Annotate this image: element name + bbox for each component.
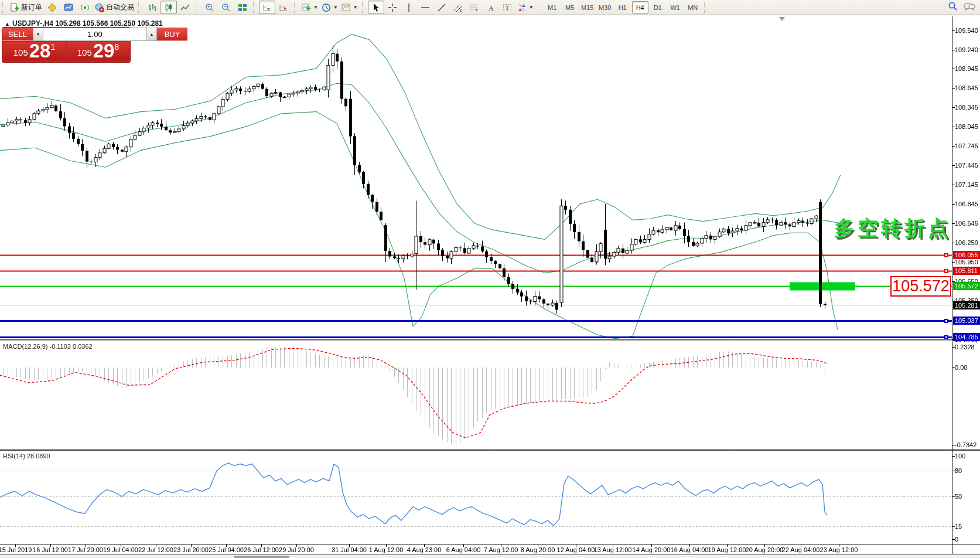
rsi-tick-label: 80 [955, 467, 962, 474]
zoom-out-icon [221, 3, 231, 12]
timeframe-h4-button[interactable]: H4 [632, 1, 648, 13]
price-level-badge: 105.572 [953, 282, 980, 290]
text-tool-button[interactable]: A [483, 1, 499, 14]
timeframe-m15-button[interactable]: M15 [579, 1, 596, 13]
channel-tool-button[interactable]: E [450, 1, 466, 14]
chart-annotation-text[interactable]: 多空转折点 [834, 215, 951, 242]
channel-icon: E [453, 3, 463, 12]
sell-price[interactable]: 105 28 1 [3, 42, 66, 60]
volume-increase-button[interactable]: ▲ [146, 28, 157, 41]
price-level-badge: 106.055 [953, 251, 980, 259]
time-tick-label: 25 Jul 04:00 [209, 546, 244, 553]
time-tick-label: 23 Jul 20:00 [173, 546, 209, 553]
main-toolbar: 新订单 自动交易 [0, 0, 980, 15]
price-tick-label: 108.045 [955, 123, 978, 130]
price-level-callout[interactable]: 105.572 [890, 276, 951, 297]
buy-button[interactable]: BUY [157, 28, 187, 41]
price-tick-label: 108.345 [955, 104, 978, 111]
chart-shift-button[interactable] [275, 1, 292, 14]
timeframe-m30-button[interactable]: M30 [597, 1, 613, 13]
arrows-tool-button[interactable]: ▼ [515, 1, 535, 14]
volume-input[interactable] [43, 28, 146, 41]
dropdown-arrow-icon: ▼ [333, 5, 338, 10]
sell-price-handle: 105 [13, 45, 28, 60]
time-tick-label: 4 Aug 23:00 [407, 546, 442, 553]
text-icon: A [486, 3, 496, 12]
toolbar-grip [2, 2, 6, 13]
periods-icon [322, 3, 331, 12]
rsi-tick-label: 0 [955, 536, 958, 543]
toolbar-grip [362, 2, 366, 13]
horizontal-scrollbar[interactable] [0, 554, 980, 558]
line-chart-type-button[interactable] [177, 1, 193, 14]
time-tick-label: 15 Jul 2019 [0, 546, 32, 553]
fibonacci-tool-button[interactable]: F [466, 1, 483, 14]
price-tick-label: 106.250 [955, 239, 978, 246]
indicators-icon [302, 3, 311, 12]
price-level-badge: 105.811 [953, 267, 980, 275]
auto-trading-button[interactable]: 自动交易 [93, 1, 136, 14]
search-icon[interactable] [948, 1, 958, 13]
rsi-tick-label: 15 [955, 523, 962, 530]
dropdown-arrow-icon: ▼ [529, 5, 534, 10]
candlestick-type-button[interactable] [161, 1, 177, 14]
metaeditor-button[interactable] [44, 1, 60, 14]
arrows-icon [517, 3, 527, 12]
vertical-line-tool-button[interactable] [401, 1, 417, 14]
dropdown-arrow-icon: ▼ [313, 5, 318, 10]
dropdown-arrow-icon: ▼ [353, 5, 358, 10]
chart-shift-marker-icon[interactable] [779, 17, 785, 21]
time-tick-label: 22 Jul 12:00 [138, 546, 173, 553]
signals-button[interactable] [77, 1, 93, 14]
signals-icon [80, 3, 90, 12]
svg-text:E: E [460, 9, 462, 12]
indicators-button[interactable]: ▼ [300, 1, 320, 14]
volume-decrease-button[interactable]: ▼ [33, 28, 43, 41]
scrollbar-thumb[interactable] [234, 556, 289, 558]
zoom-in-button[interactable] [202, 1, 218, 14]
zoom-out-button[interactable] [218, 1, 234, 14]
timeframe-d1-button[interactable]: D1 [650, 1, 666, 13]
chat-icon[interactable] [964, 2, 975, 13]
macd-tick-label: 0.00 [955, 364, 967, 371]
candlestick-icon [164, 3, 173, 12]
one-click-trading-panel: SELL ▼ ▲ BUY 105 28 1 105 29 8 [2, 27, 131, 63]
new-order-button[interactable]: 新订单 [8, 1, 44, 14]
price-chart-canvas[interactable] [0, 0, 980, 558]
crosshair-tool-button[interactable] [384, 1, 401, 14]
time-tick-label: 20 Aug 20:00 [746, 546, 784, 553]
toolbar-grip [253, 2, 257, 13]
auto-scroll-icon [262, 3, 272, 12]
price-tick-label: 106.545 [955, 220, 978, 227]
trendline-tool-button[interactable] [433, 1, 450, 14]
toolbar-grip [538, 2, 542, 13]
timeframe-mn-button[interactable]: MN [685, 1, 701, 13]
time-tick-label: 6 Aug 04:00 [446, 546, 481, 553]
bar-chart-type-button[interactable] [144, 1, 161, 14]
time-tick-label: 26 Jul 12:00 [244, 546, 279, 553]
auto-scroll-button[interactable] [259, 1, 275, 14]
cursor-tool-button[interactable] [368, 1, 384, 14]
time-tick-label: 7 Aug 12:00 [484, 546, 518, 553]
terminal-button[interactable] [60, 1, 77, 14]
rsi-tick-label: 100 [955, 452, 965, 460]
time-tick-label: 13 Aug 12:00 [594, 546, 632, 553]
horizontal-line-tool-button[interactable] [417, 1, 433, 14]
terminal-icon [64, 3, 73, 12]
rsi-indicator-label: RSI(14) 28.0890 [3, 452, 50, 460]
chart-collapse-icon[interactable]: ▲ [5, 21, 10, 27]
timeframe-m1-button[interactable]: M1 [544, 1, 561, 13]
time-tick-label: 31 Jul 04:00 [332, 546, 367, 553]
timeframe-m5-button[interactable]: M5 [562, 1, 578, 13]
timeframe-w1-button[interactable]: W1 [667, 1, 684, 13]
buy-price[interactable]: 105 29 8 [67, 42, 129, 60]
time-tick-label: 1 Aug 12:00 [369, 546, 404, 553]
templates-button[interactable]: ▼ [340, 1, 360, 14]
time-tick-label: 19 Jul 04:00 [103, 546, 138, 553]
sell-price-pip: 1 [50, 43, 55, 51]
text-label-tool-button[interactable]: T [499, 1, 515, 14]
periods-button[interactable]: ▼ [320, 1, 340, 14]
timeframe-h1-button[interactable]: H1 [614, 1, 631, 13]
tile-windows-button[interactable] [234, 1, 251, 14]
sell-button[interactable]: SELL [2, 28, 33, 41]
